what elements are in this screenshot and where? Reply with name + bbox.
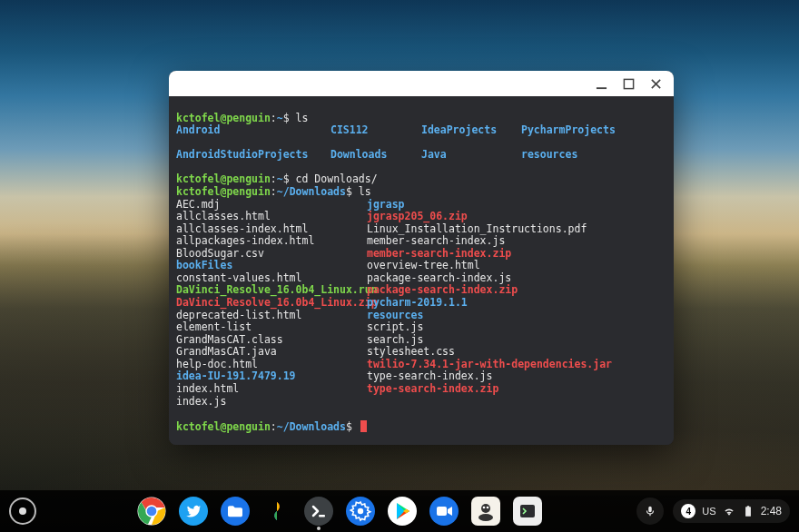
ls-entry: resources bbox=[367, 310, 648, 322]
twitter-icon bbox=[179, 497, 208, 526]
maximize-icon bbox=[623, 78, 635, 90]
svg-rect-13 bbox=[437, 507, 447, 516]
ls-entry: type-search-index.zip bbox=[367, 383, 648, 396]
input-lang: US bbox=[702, 506, 715, 517]
status-pill[interactable]: 4 US 2:48 bbox=[673, 499, 790, 523]
ls-entry: jgrasp bbox=[367, 199, 648, 212]
ls-entry: IdeaProjects bbox=[421, 124, 521, 137]
ls-entry: jgrasp205_06.zip bbox=[367, 211, 648, 223]
app-chrome[interactable] bbox=[137, 497, 166, 526]
app-linux-1[interactable] bbox=[471, 497, 500, 526]
ls-entry: search.js bbox=[367, 334, 648, 347]
prompt-cmd: ls bbox=[296, 112, 309, 124]
notification-count: 4 bbox=[681, 504, 695, 518]
shelf: 4 US 2:48 bbox=[0, 490, 799, 532]
ls-entry: Linux_Installation_Instructions.pdf bbox=[367, 223, 648, 236]
app-linux-2[interactable] bbox=[513, 497, 542, 526]
ls-entry: stylesheet.css bbox=[367, 346, 648, 359]
wifi-icon bbox=[723, 505, 735, 517]
ls-entry: help-doc.html bbox=[176, 359, 367, 371]
ls-entry: AEC.mdj bbox=[176, 199, 367, 212]
play-store-icon bbox=[388, 497, 417, 526]
prompt-user: kctofel@penguin bbox=[176, 172, 271, 185]
prompt-cmd: ls bbox=[359, 185, 371, 198]
close-button[interactable] bbox=[643, 71, 668, 96]
ls-entry: member-search-index.js bbox=[367, 235, 648, 248]
terminal-output[interactable]: kctofel@penguin:~$ ls AndroidCIS112IdeaP… bbox=[169, 96, 674, 445]
ls-entry: constant-values.html bbox=[176, 272, 367, 285]
app-video-call[interactable] bbox=[429, 497, 459, 526]
app-play-store[interactable] bbox=[388, 497, 417, 526]
shelf-apps bbox=[49, 497, 629, 526]
ls-entry: allclasses.html bbox=[176, 211, 367, 223]
app-files[interactable] bbox=[221, 497, 250, 526]
ls-entry: element-list bbox=[176, 321, 367, 334]
video-call-icon bbox=[429, 497, 459, 526]
ls-entry: GrandMasCAT.java bbox=[176, 346, 367, 359]
prompt-path: ~ bbox=[277, 112, 283, 124]
ls-entry: DaVinci_Resolve_16.0b4_Linux.run bbox=[176, 284, 367, 297]
ls-entry: AndroidStudioProjects bbox=[176, 149, 330, 162]
prompt-path: ~/Downloads bbox=[277, 420, 346, 433]
app-twitter[interactable] bbox=[179, 497, 208, 526]
ls-entry: allpackages-index.html bbox=[176, 235, 367, 248]
ls-entry: deprecated-list.html bbox=[176, 310, 367, 322]
clock: 2:48 bbox=[761, 505, 782, 517]
svg-point-14 bbox=[481, 504, 490, 513]
svg-rect-8 bbox=[319, 515, 325, 517]
svg-rect-1 bbox=[624, 79, 633, 88]
prompt-sep: : bbox=[271, 112, 277, 124]
mic-button[interactable] bbox=[636, 498, 664, 525]
prompt-path: ~/Downloads bbox=[277, 185, 346, 198]
prompt-path: ~ bbox=[277, 172, 283, 185]
ls-entry: CIS112 bbox=[330, 124, 421, 137]
ls-entry: index.html bbox=[176, 383, 367, 396]
status-area: 4 US 2:48 bbox=[636, 498, 790, 525]
chrome-icon bbox=[137, 497, 166, 526]
ls-entry: resources bbox=[521, 149, 630, 162]
app-photos[interactable] bbox=[262, 497, 291, 526]
ls-entry: bookFiles bbox=[176, 260, 367, 272]
files-icon bbox=[221, 497, 250, 526]
svg-point-17 bbox=[486, 507, 488, 509]
svg-point-15 bbox=[478, 514, 493, 521]
terminal-window: kctofel@penguin:~$ ls AndroidCIS112IdeaP… bbox=[169, 71, 674, 445]
launcher-icon bbox=[19, 507, 26, 515]
ls-entry: Java bbox=[421, 149, 521, 162]
ls-entry: BloodSugar.csv bbox=[176, 248, 367, 261]
prompt-user: kctofel@penguin bbox=[176, 420, 271, 433]
ls-entry: package-search-index.zip bbox=[367, 284, 648, 297]
ls-entry: allclasses-index.html bbox=[176, 223, 367, 236]
app-terminal[interactable] bbox=[304, 497, 333, 526]
prompt-sigil: $ bbox=[283, 112, 296, 124]
svg-point-16 bbox=[482, 507, 485, 509]
ls-entry: overview-tree.html bbox=[367, 260, 648, 272]
close-icon bbox=[650, 78, 662, 90]
terminal-cursor bbox=[360, 420, 367, 432]
ls-entry: type-search-index.js bbox=[367, 370, 648, 383]
active-indicator bbox=[317, 527, 321, 530]
window-titlebar bbox=[169, 71, 674, 96]
ls-entry: Android bbox=[176, 124, 330, 137]
ls-entry: Downloads bbox=[330, 149, 421, 162]
ls-entry: script.js bbox=[367, 321, 648, 334]
linux-app-icon-2 bbox=[513, 497, 542, 526]
launcher-button[interactable] bbox=[9, 498, 36, 525]
app-settings[interactable] bbox=[346, 497, 375, 526]
mic-icon bbox=[644, 505, 656, 517]
settings-icon bbox=[346, 497, 375, 526]
downloads-listing: AEC.mdjallclasses.htmlallclasses-index.h… bbox=[176, 199, 666, 409]
ls-entry: PycharmProjects bbox=[521, 124, 630, 137]
prompt-user: kctofel@penguin bbox=[176, 185, 271, 198]
ls-entry: idea-IU-191.7479.19 bbox=[176, 370, 367, 383]
prompt-cmd: cd Downloads/ bbox=[296, 172, 378, 185]
ls-entry: pycharm-2019.1.1 bbox=[367, 297, 648, 310]
battery-icon bbox=[742, 505, 755, 517]
maximize-button[interactable] bbox=[616, 71, 641, 96]
ls-entry: package-search-index.js bbox=[367, 272, 648, 285]
ls-entry: twilio-7.34.1-jar-with-dependencies.jar bbox=[367, 359, 648, 371]
svg-point-10 bbox=[357, 508, 362, 514]
minimize-icon bbox=[596, 78, 607, 90]
photos-icon bbox=[262, 497, 291, 526]
minimize-button[interactable] bbox=[588, 71, 614, 96]
